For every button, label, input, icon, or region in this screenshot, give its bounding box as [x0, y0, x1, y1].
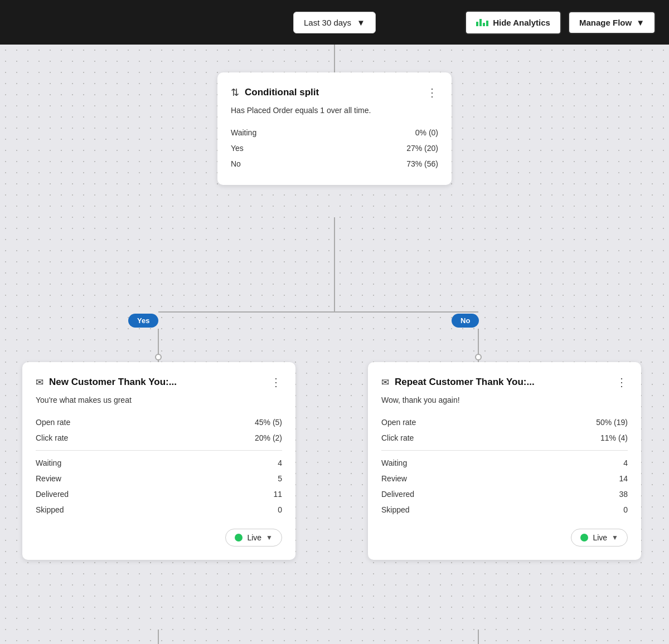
flow-canvas: ⇅ Conditional split ⋮ Has Placed Order e…: [0, 45, 669, 644]
left-stat-waiting: Waiting 4: [36, 455, 282, 471]
email-card-right: ✉ Repeat Customer Thank You:... ⋮ Wow, t…: [368, 362, 641, 560]
right-open-rate: Open rate 50% (19): [381, 414, 628, 430]
left-card-footer: Live ▼: [36, 529, 282, 547]
bar-chart-icon: [476, 17, 488, 28]
right-live-button[interactable]: Live ▼: [571, 529, 628, 547]
left-stat-skipped: Skipped 0: [36, 502, 282, 518]
right-more-options-icon[interactable]: ⋮: [616, 375, 628, 389]
split-icon: ⇅: [231, 86, 239, 99]
right-live-chevron: ▼: [612, 534, 618, 541]
left-email-title: New Customer Thank You:...: [49, 377, 177, 388]
hide-analytics-label: Hide Analytics: [493, 18, 550, 27]
left-live-chevron: ▼: [266, 534, 273, 541]
left-title-group: ✉ New Customer Thank You:...: [36, 377, 177, 388]
email-card-left: ✉ New Customer Thank You:... ⋮ You're wh…: [22, 362, 295, 560]
left-open-rate: Open rate 45% (5): [36, 414, 282, 430]
date-range-button[interactable]: Last 30 days ▼: [293, 12, 376, 33]
envelope-icon-left: ✉: [36, 377, 43, 388]
yes-branch-label: Yes: [128, 314, 158, 328]
left-email-rates: Open rate 45% (5) Click rate 20% (2): [36, 414, 282, 446]
right-live-dot: [580, 534, 588, 541]
card-title-group: ⇅ Conditional split: [231, 86, 319, 99]
header: Last 30 days ▼ Hide Analytics Manage Flo…: [0, 0, 669, 45]
right-divider: [381, 450, 628, 451]
right-live-label: Live: [593, 533, 607, 542]
left-divider: [36, 450, 282, 451]
right-card-header: ✉ Repeat Customer Thank You:... ⋮: [381, 375, 628, 389]
right-email-subtitle: Wow, thank you again!: [381, 396, 628, 404]
chevron-down-icon: ▼: [357, 18, 365, 27]
conditional-split-card: ⇅ Conditional split ⋮ Has Placed Order e…: [217, 72, 452, 185]
left-more-options-icon[interactable]: ⋮: [270, 375, 282, 389]
left-live-button[interactable]: Live ▼: [225, 529, 282, 547]
left-email-stats: Waiting 4 Review 5 Delivered 11 Skipped …: [36, 455, 282, 518]
conditional-split-title: Conditional split: [245, 87, 319, 98]
right-stat-review: Review 14: [381, 471, 628, 486]
stat-no: No 73% (56): [231, 156, 438, 172]
conditional-split-condition: Has Placed Order equals 1 over all time.: [231, 106, 438, 115]
yes-connector-dot: [155, 354, 162, 360]
chevron-down-icon: ▼: [636, 18, 644, 27]
right-stat-skipped: Skipped 0: [381, 502, 628, 518]
manage-flow-label: Manage Flow: [579, 18, 632, 27]
left-stat-review: Review 5: [36, 471, 282, 486]
right-email-stats: Waiting 4 Review 14 Delivered 38 Skipped…: [381, 455, 628, 518]
right-email-title: Repeat Customer Thank You:...: [395, 377, 535, 388]
left-live-label: Live: [247, 533, 261, 542]
header-actions: Hide Analytics Manage Flow ▼: [465, 11, 656, 35]
left-live-dot: [235, 534, 243, 541]
card-header: ⇅ Conditional split ⋮: [231, 86, 438, 99]
no-connector-dot: [475, 354, 482, 360]
right-email-rates: Open rate 50% (19) Click rate 11% (4): [381, 414, 628, 446]
right-title-group: ✉ Repeat Customer Thank You:...: [381, 377, 535, 388]
left-email-subtitle: You're what makes us great: [36, 396, 282, 404]
envelope-icon-right: ✉: [381, 377, 389, 388]
left-click-rate: Click rate 20% (2): [36, 430, 282, 446]
stat-yes: Yes 27% (20): [231, 140, 438, 156]
date-range-label: Last 30 days: [304, 18, 351, 27]
no-branch-label: No: [452, 314, 479, 328]
right-stat-delivered: Delivered 38: [381, 486, 628, 502]
left-card-header: ✉ New Customer Thank You:... ⋮: [36, 375, 282, 389]
conditional-split-stats: Waiting 0% (0) Yes 27% (20) No 73% (56): [231, 125, 438, 172]
right-stat-waiting: Waiting 4: [381, 455, 628, 471]
left-stat-delivered: Delivered 11: [36, 486, 282, 502]
stat-waiting: Waiting 0% (0): [231, 125, 438, 140]
more-options-icon[interactable]: ⋮: [426, 86, 438, 99]
manage-flow-button[interactable]: Manage Flow ▼: [568, 11, 656, 34]
right-card-footer: Live ▼: [381, 529, 628, 547]
right-click-rate: Click rate 11% (4): [381, 430, 628, 446]
hide-analytics-button[interactable]: Hide Analytics: [465, 11, 561, 35]
